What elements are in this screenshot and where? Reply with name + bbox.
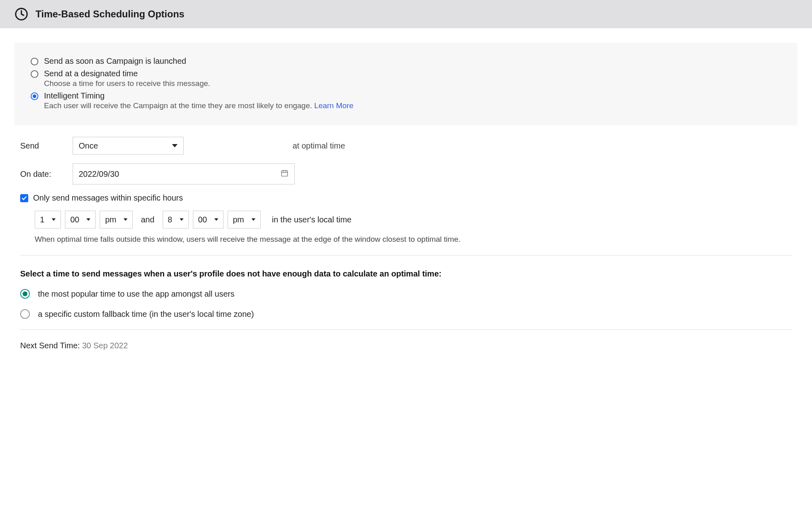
svg-rect-1 <box>282 171 288 176</box>
next-send-time: Next Send Time: 30 Sep 2022 <box>20 341 792 350</box>
from-ampm-select[interactable]: pm <box>100 211 133 228</box>
option-label: Intelligent Timing <box>44 91 781 100</box>
fallback-custom-option[interactable]: a specific custom fallback time (in the … <box>20 309 792 319</box>
fallback-popular-option[interactable]: the most popular time to use the app amo… <box>20 289 792 299</box>
date-input[interactable]: 2022/09/30 <box>73 163 295 184</box>
connector-text: and <box>141 215 154 224</box>
timing-options-box: Send as soon as Campaign is launched Sen… <box>15 43 797 126</box>
clock-icon <box>15 7 28 21</box>
option-subtext: Choose a time for users to receive this … <box>44 79 781 88</box>
option-label: Send at a designated time <box>44 69 781 78</box>
on-date-label: On date: <box>20 170 65 179</box>
to-minute-select[interactable]: 00 <box>193 211 224 228</box>
chevron-down-icon <box>251 218 255 221</box>
scheduling-panel: Send as soon as Campaign is launched Sen… <box>15 43 797 350</box>
send-suffix: at optimal time <box>293 141 345 151</box>
on-date-row: On date: 2022/09/30 <box>20 163 792 184</box>
fallback-option-label: the most popular time to use the app amo… <box>38 289 234 299</box>
option-label: Send as soon as Campaign is launched <box>44 57 781 66</box>
local-time-text: in the user's local time <box>272 215 352 224</box>
option-send-immediate[interactable]: Send as soon as Campaign is launched <box>31 57 781 66</box>
divider <box>20 255 792 255</box>
page-title: Time-Based Scheduling Options <box>36 8 184 20</box>
from-minute-select[interactable]: 00 <box>65 211 96 228</box>
calendar-icon <box>280 169 289 179</box>
chevron-down-icon <box>52 218 56 221</box>
time-window-row: 1 00 pm and 8 00 pm <box>35 211 792 228</box>
divider <box>20 329 792 330</box>
chevron-down-icon <box>123 218 128 221</box>
send-label: Send <box>20 141 65 151</box>
option-subtext: Each user will receive the Campaign at t… <box>44 101 781 110</box>
option-send-designated[interactable]: Send at a designated time Choose a time … <box>31 69 781 88</box>
window-note: When optimal time falls outside this win… <box>35 235 792 244</box>
fallback-heading: Select a time to send messages when a us… <box>20 269 792 278</box>
option-intelligent-timing[interactable]: Intelligent Timing Each user will receiv… <box>31 91 781 110</box>
intelligent-timing-form: Send Once at optimal time On date: 2022/… <box>15 126 797 350</box>
checkbox-checked-icon <box>20 194 28 202</box>
specific-hours-label: Only send messages within specific hours <box>33 193 183 203</box>
chevron-down-icon <box>172 144 178 147</box>
send-frequency-row: Send Once at optimal time <box>20 137 792 155</box>
chevron-down-icon <box>180 218 184 221</box>
header-bar: Time-Based Scheduling Options <box>0 0 812 28</box>
radio-icon <box>31 58 38 65</box>
radio-icon <box>31 92 38 100</box>
learn-more-link[interactable]: Learn More <box>314 101 354 110</box>
chevron-down-icon <box>86 218 90 221</box>
chevron-down-icon <box>214 218 218 221</box>
frequency-select[interactable]: Once <box>73 137 184 155</box>
radio-icon <box>20 309 30 319</box>
to-hour-select[interactable]: 8 <box>163 211 189 228</box>
to-ampm-select[interactable]: pm <box>228 211 261 228</box>
fallback-option-label: a specific custom fallback time (in the … <box>38 310 254 319</box>
specific-hours-checkbox-row[interactable]: Only send messages within specific hours <box>20 193 792 203</box>
from-hour-select[interactable]: 1 <box>35 211 61 228</box>
radio-icon <box>20 289 30 299</box>
radio-icon <box>31 70 38 78</box>
